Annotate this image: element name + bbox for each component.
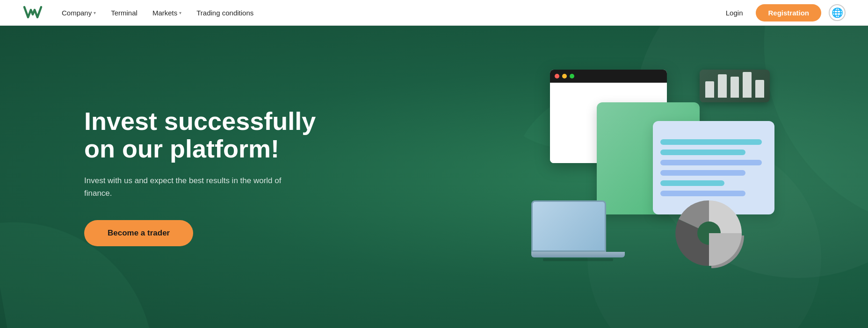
chevron-down-icon: ▾ [179, 10, 181, 15]
window-minimize-icon [562, 74, 567, 78]
hero-title: Invest successfully on our platform! [84, 107, 316, 163]
pie-chart-card [672, 196, 756, 280]
hero-illustration [513, 65, 784, 289]
laptop-illustration [531, 200, 625, 275]
login-button[interactable]: Login [720, 6, 749, 20]
nav-item-terminal[interactable]: Terminal [111, 9, 137, 17]
register-button[interactable]: Registration [756, 4, 821, 21]
language-selector-button[interactable]: 🌐 [829, 4, 846, 21]
laptop-keyboard [543, 258, 613, 261]
data-line-3 [660, 160, 762, 165]
laptop-base [531, 252, 625, 257]
navbar: Company ▾ Terminal Markets ▾ Trading con… [0, 0, 868, 26]
barchart-card [700, 70, 770, 102]
nav-links: Company ▾ Terminal Markets ▾ Trading con… [62, 9, 720, 17]
data-line-2 [660, 150, 745, 155]
data-line-1 [660, 139, 762, 145]
nav-item-trading-conditions[interactable]: Trading conditions [196, 9, 253, 17]
globe-icon: 🌐 [832, 7, 843, 18]
pie-chart-svg [672, 196, 746, 271]
nav-item-markets[interactable]: Markets ▾ [152, 9, 181, 17]
bar-3 [731, 77, 739, 98]
logo[interactable] [22, 4, 43, 21]
data-line-4 [660, 170, 745, 176]
window-close-icon [555, 74, 559, 78]
bar-5 [755, 80, 764, 98]
bar-4 [743, 72, 752, 98]
hero-section: Invest successfully on our platform! Inv… [0, 26, 868, 328]
window-maximize-icon [570, 74, 574, 78]
data-line-5 [660, 180, 724, 186]
hero-content: Invest successfully on our platform! Inv… [0, 37, 868, 317]
bar-2 [718, 74, 727, 98]
become-trader-button[interactable]: Become a trader [84, 220, 193, 246]
laptop-screen [531, 200, 606, 252]
bar-1 [705, 81, 714, 98]
nav-item-company[interactable]: Company ▾ [62, 9, 96, 17]
hero-subtitle: Invest with us and expect the best resul… [84, 174, 290, 200]
hero-text-block: Invest successfully on our platform! Inv… [84, 107, 316, 246]
nav-right: Login Registration 🌐 [720, 4, 846, 21]
chevron-down-icon: ▾ [94, 10, 96, 15]
terminal-titlebar [550, 70, 667, 83]
